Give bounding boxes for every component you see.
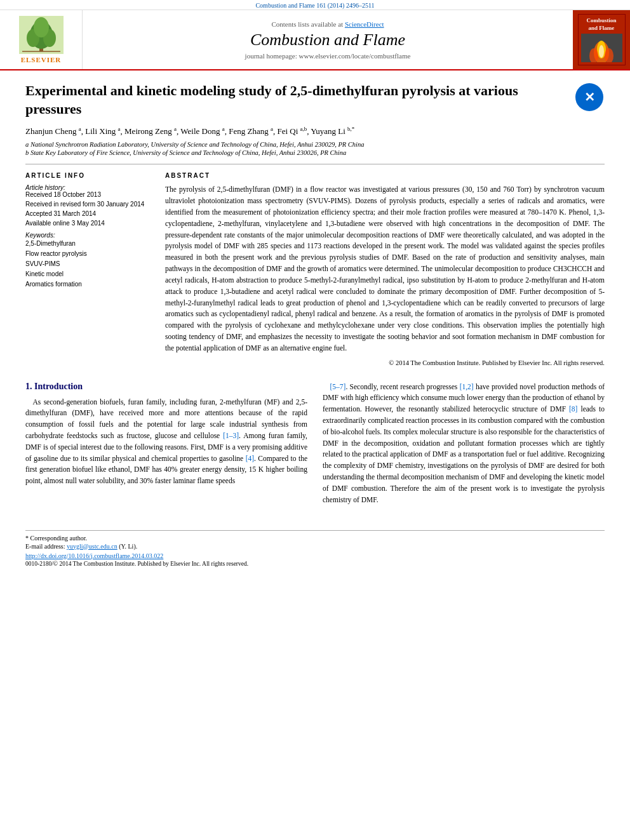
revised-date: Received in revised form 30 January 2014 — [25, 201, 152, 208]
keywords-label: Keywords: — [25, 232, 152, 239]
doi-link[interactable]: http://dx.doi.org/10.1016/j.combustflame… — [25, 552, 163, 559]
article-info-abstract: ARTICLE INFO Article history: Received 1… — [25, 172, 605, 366]
crossmark-badge: ✕ — [574, 82, 605, 112]
elsevier-logo-area: ELSEVIER — [0, 10, 83, 69]
elsevier-wordmark: ELSEVIER — [21, 56, 62, 63]
keyword-4: Kinetic model — [25, 269, 152, 279]
journal-cover-image — [581, 34, 622, 62]
article-title: Experimental and kinetic modeling study … — [25, 82, 564, 118]
doi-header-line: Combustion and Flame 161 (2014) 2496–251… — [0, 0, 630, 10]
section-divider — [25, 164, 605, 164]
author-weile: Weile Dong — [180, 126, 220, 136]
ref-link-5-7[interactable]: [5–7] — [330, 383, 346, 390]
keyword-5: Aromatics formation — [25, 279, 152, 290]
crossmark-icon: ✕ — [575, 83, 603, 111]
elsevier-tree-icon — [19, 16, 64, 54]
intro-right-text: [5–7]. Secondly, recent research progres… — [323, 382, 605, 506]
sciencedirect-link[interactable]: ScienceDirect — [345, 20, 384, 28]
abstract-header: ABSTRACT — [165, 172, 605, 179]
accepted-date: Accepted 31 March 2014 — [25, 210, 152, 217]
ref-link-1-3[interactable]: [1–3] — [223, 432, 239, 439]
article-info-col: ARTICLE INFO Article history: Received 1… — [25, 172, 152, 366]
author-feng: Feng Zhang — [229, 126, 268, 136]
abstract-text: The pyrolysis of 2,5-dimethylfuran (DMF)… — [165, 184, 605, 354]
online-date: Available online 3 May 2014 — [25, 220, 152, 227]
intro-para-1: As second-generation biofuels, furan fam… — [25, 397, 307, 488]
abstract-col: ABSTRACT The pyrolysis of 2,5-dimethylfu… — [165, 172, 605, 366]
article-info-header: ARTICLE INFO — [25, 172, 152, 179]
keywords-section: Keywords: 2,5-Dimethylfuran Flow reactor… — [25, 232, 152, 290]
section-1-header: 1. Introduction — [25, 382, 307, 392]
contents-label: Contents lists available at ScienceDirec… — [271, 20, 384, 28]
received-date: Received 18 October 2013 — [25, 191, 152, 198]
journal-homepage: journal homepage: www.elsevier.com/locat… — [245, 52, 411, 60]
ref-link-4[interactable]: [4] — [246, 455, 254, 462]
copyright-line: © 2014 The Combustion Institute. Publish… — [165, 359, 605, 366]
keyword-1: 2,5-Dimethylfuran — [25, 239, 152, 249]
email-label: E-mail address: — [25, 543, 67, 550]
ref-link-1-2[interactable]: [1,2] — [460, 383, 474, 390]
journal-header-center: Contents lists available at ScienceDirec… — [83, 10, 573, 69]
svg-point-5 — [34, 17, 49, 37]
ref-link-8[interactable]: [8] — [569, 405, 577, 413]
journal-cover-title: Combustionand Flame — [581, 17, 622, 32]
history-label: Article history: — [25, 184, 152, 191]
email-author: (Y. Li). — [119, 543, 137, 550]
article-title-section: Experimental and kinetic modeling study … — [25, 82, 605, 118]
copyright-footer: 0010-2180/© 2014 The Combustion Institut… — [25, 561, 605, 567]
body-left: 1. Introduction As second-generation bio… — [25, 382, 307, 511]
doi-footer: http://dx.doi.org/10.1016/j.combustflame… — [25, 552, 605, 559]
footnotes-area: * Corresponding author. E-mail address: … — [25, 530, 605, 567]
authors-line: Zhanjun Cheng a, Lili Xing a, Meirong Ze… — [25, 125, 605, 138]
author-yuyang: Yuyang Li — [311, 126, 345, 136]
author-fei: Fei Qi — [277, 126, 298, 136]
author-zhanjun: Zhanjun Cheng — [25, 126, 77, 136]
email-note: E-mail address: yuygli@ustc.edu.cn (Y. L… — [25, 543, 605, 550]
corresponding-note: * Corresponding author. — [25, 535, 605, 542]
intro-left-text: As second-generation biofuels, furan fam… — [25, 397, 307, 488]
email-link[interactable]: yuygli@ustc.edu.cn — [67, 543, 117, 550]
affiliation-b: b State Key Laboratory of Fire Science, … — [25, 149, 605, 156]
keyword-2: Flow reactor pyrolysis — [25, 249, 152, 259]
doi-journal-ref: Combustion and Flame 161 (2014) 2496–251… — [255, 2, 374, 9]
body-content: 1. Introduction As second-generation bio… — [25, 382, 605, 511]
keyword-3: SVUV-PIMS — [25, 259, 152, 269]
keywords-list: 2,5-Dimethylfuran Flow reactor pyrolysis… — [25, 239, 152, 290]
journal-cover-box: Combustionand Flame — [578, 14, 626, 65]
affiliation-a: a National Synchrotron Radiation Laborat… — [25, 141, 605, 148]
journal-header: ELSEVIER Contents lists available at Sci… — [0, 10, 630, 70]
author-lili: Lili Xing — [85, 126, 116, 136]
journal-title: Combustion and Flame — [250, 30, 405, 50]
journal-cover-area: Combustionand Flame — [573, 10, 630, 69]
svg-point-10 — [599, 45, 604, 58]
author-meirong: Meirong Zeng — [124, 126, 172, 136]
main-content: Experimental and kinetic modeling study … — [0, 70, 630, 579]
body-right: [5–7]. Secondly, recent research progres… — [323, 382, 605, 511]
intro-para-2: [5–7]. Secondly, recent research progres… — [323, 382, 605, 506]
